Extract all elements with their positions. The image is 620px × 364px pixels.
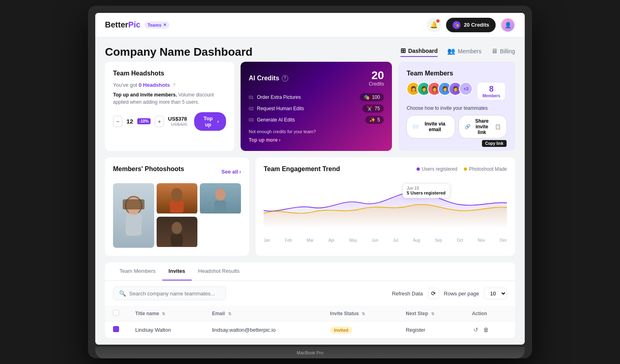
svg-rect-4 (123, 199, 145, 209)
ai-credits-help-icon[interactable]: ? (282, 75, 288, 82)
tab-headshot-results[interactable]: Headshot Results (192, 262, 246, 280)
price-original: US$420 (171, 122, 187, 127)
nav-item-dashboard[interactable]: ⊞ Dashboard (400, 47, 438, 57)
laptop-label: MacBook Pro (95, 347, 525, 358)
svg-point-10 (172, 222, 182, 234)
share-link-label: Share invite link (473, 118, 491, 135)
sort-next-icon[interactable]: ⇅ (431, 312, 434, 316)
credits-pill-1: 🎭 100 (360, 93, 384, 101)
headshots-info: You've got 0 Headshots ? (113, 82, 226, 88)
invite-row: ✉️ Invite via email 🔗 Share invite link … (406, 115, 507, 138)
invite-email-button[interactable]: ✉️ Invite via email (406, 115, 455, 138)
sort-status-icon[interactable]: ⇅ (362, 312, 365, 316)
ai-credits-list: 01 Order Extra Pictures 🎭 100 02 (249, 93, 384, 124)
tab-invites[interactable]: Invites (162, 262, 192, 280)
nav-item-members[interactable]: 👥 Members (447, 47, 481, 56)
rows-per-page-label: Rows per page (444, 291, 479, 297)
quantity-increase-button[interactable]: + (155, 116, 164, 127)
team-members-title: Team Members (406, 70, 507, 77)
photoshoots-card: Members' Photoshoots See all › (105, 157, 249, 256)
sort-email-icon[interactable]: ⇅ (228, 312, 231, 316)
share-link-button[interactable]: 🔗 Share invite link 📋 Copy link (459, 115, 507, 138)
team-headshots-card: Team Headshots You've got 0 Headshots ? … (105, 62, 234, 151)
chart-title: Team Engagement Trend (264, 165, 340, 173)
tooltip-value: 5 Users registered (407, 190, 446, 195)
cell-action: ↺ 🗑 (464, 322, 515, 338)
see-all-arrow-icon: › (239, 169, 241, 175)
chart-legend: Users registered Photoshoot Made (417, 166, 507, 172)
search-input[interactable] (129, 291, 220, 297)
cards-row: Team Headshots You've got 0 Headshots ? … (105, 62, 515, 151)
row-checkbox[interactable] (113, 326, 119, 332)
action-refresh-button[interactable]: ↺ (472, 326, 480, 334)
members-count-number: 8 (482, 84, 500, 94)
select-all-checkbox[interactable] (113, 310, 119, 316)
topup-more-arrow-icon: › (279, 137, 281, 143)
credits-button[interactable]: 🎭 20 Credits (446, 18, 496, 32)
page-nav: ⊞ Dashboard 👥 Members 🖥 Billing (400, 47, 515, 57)
svg-point-7 (173, 198, 181, 202)
credits-list-item-2: 02 Request Human Edits ✂️ 75 (249, 105, 384, 113)
rows-per-page-select[interactable]: 10 25 50 (484, 288, 507, 299)
see-all-link[interactable]: See all › (222, 169, 241, 175)
photo-4 (157, 217, 198, 248)
th-action: Action (464, 306, 515, 322)
user-avatar[interactable]: 👤 (501, 18, 515, 32)
quantity-row: − 12 -10% + US$378 US$420 Top up › (113, 112, 226, 131)
table-toolbar: 🔍 Refresh Data ⟳ Rows per page 10 25 50 (105, 281, 515, 306)
members-count-badge: 8 Members (478, 83, 505, 100)
members-more-badge: +3 (459, 82, 473, 96)
copy-icon: 📋 (495, 124, 501, 130)
invite-email-label: Invite via email (421, 121, 449, 132)
notifications-button[interactable]: 🔔 (427, 18, 441, 32)
th-checkbox (105, 306, 127, 322)
svg-rect-6 (170, 201, 184, 213)
price-display: US$378 US$420 (168, 116, 187, 127)
headshots-description: Top up and invite members. Volume discou… (113, 91, 226, 106)
team-members-card: Team Members 👩 👩 👩 👩 👩 +3 8 Membe (398, 62, 515, 151)
tab-team-members[interactable]: Team Members (113, 262, 162, 280)
th-email: Email ⇅ (204, 306, 322, 322)
topup-button[interactable]: Top up › (194, 112, 226, 131)
topup-arrow-icon: › (217, 118, 219, 124)
quantity-decrease-button[interactable]: − (113, 116, 122, 127)
members-icon: 👥 (447, 47, 455, 55)
svg-rect-2 (126, 213, 142, 236)
headshots-link[interactable]: 0 Headshots (138, 82, 170, 88)
chart-header: Team Engagement Trend Users registered P… (264, 165, 507, 173)
nav-left: BetterPic Teams ✕ (105, 20, 170, 29)
page-header: Company Name Dashboard ⊞ Dashboard 👥 Mem… (95, 38, 525, 62)
credits-label-text: Credits (369, 81, 384, 87)
legend-dot-users (417, 167, 420, 171)
svg-rect-9 (214, 201, 226, 213)
refresh-button[interactable]: ⟳ (428, 288, 439, 299)
topup-label: Top up (201, 115, 215, 128)
sort-title-icon[interactable]: ⇅ (162, 312, 165, 316)
invite-status-badge: Invited (330, 326, 352, 334)
notification-dot (436, 19, 440, 23)
search-box: 🔍 (113, 287, 226, 300)
teams-badge-close-icon: ✕ (163, 23, 166, 27)
price-main: US$378 (168, 116, 187, 122)
teams-badge[interactable]: Teams ✕ (145, 21, 170, 29)
photoshoots-header: Members' Photoshoots See all › (113, 165, 241, 178)
svg-rect-11 (171, 234, 183, 246)
legend-users: Users registered (417, 166, 457, 172)
ai-credits-amount: 20 Credits (369, 70, 384, 87)
ai-credits-header: AI Credits ? 20 Credits (249, 70, 384, 87)
members-count-label: Members (482, 94, 500, 98)
table-header-row: Title name ⇅ Email ⇅ Invite Status ⇅ (105, 306, 515, 322)
nav-item-billing[interactable]: 🖥 Billing (491, 48, 515, 56)
invite-instruction: Choose how to invite your teammates (406, 105, 507, 111)
topup-more-link[interactable]: Top up more › (249, 137, 384, 143)
bottom-row: Members' Photoshoots See all › (105, 157, 515, 256)
action-delete-button[interactable]: 🗑 (482, 326, 490, 334)
dashboard-icon: ⊞ (400, 47, 406, 54)
credits-icon: 🎭 (452, 21, 461, 29)
photos-grid (113, 183, 241, 248)
teams-badge-label: Teams (148, 23, 161, 27)
credits-warning: Not enough credits for your team? (249, 129, 384, 135)
svg-point-3 (129, 210, 138, 215)
logo: BetterPic (105, 20, 140, 29)
team-headshots-title: Team Headshots (113, 70, 226, 77)
